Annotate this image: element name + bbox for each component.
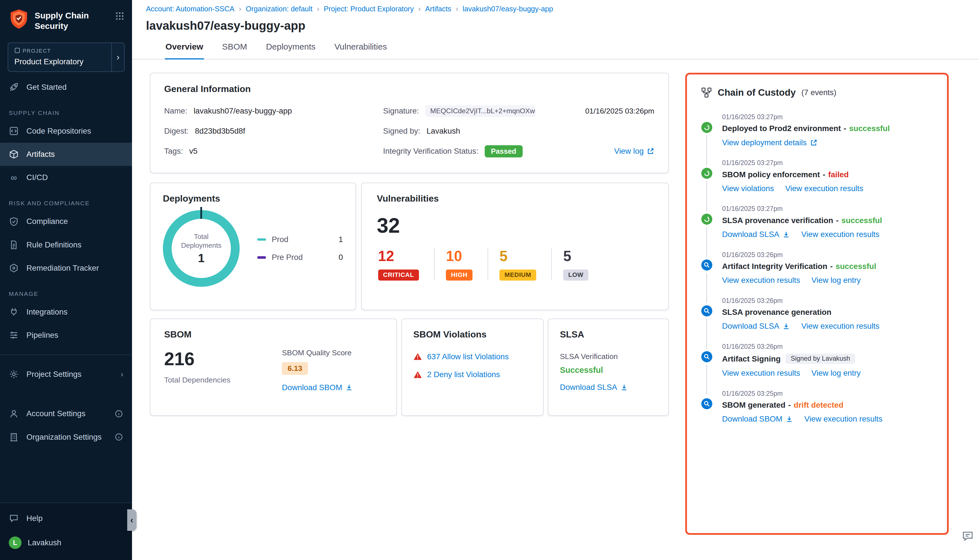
view-execution-results-link[interactable]: View execution results (722, 276, 800, 285)
sidebar-item-code-repositories[interactable]: Code Repositories (0, 120, 132, 143)
sidebar-item-remediation-tracker[interactable]: Remediation Tracker (0, 257, 132, 280)
app-logo-shield-icon[interactable] (9, 9, 29, 30)
event-separator: - (834, 216, 841, 225)
view-deployment-details-link[interactable]: View deployment details (722, 138, 817, 147)
sidebar-header: Supply Chain Security (0, 0, 132, 36)
sidebar-item-help[interactable]: Help (0, 507, 132, 530)
user-menu[interactable]: L Lavakush (0, 530, 132, 555)
tab-vulnerabilities[interactable]: Vulnerabilities (334, 42, 388, 59)
tab-overview[interactable]: Overview (165, 42, 204, 60)
breadcrumb-separator: › (418, 5, 421, 13)
link-label: Download SBOM (722, 415, 782, 423)
link-label: Download SLSA (722, 322, 779, 331)
event-timestamp: 01/16/2025 03:27pm (722, 113, 933, 121)
sidebar-collapse-handle[interactable]: ‹ (127, 509, 137, 531)
warning-triangle-icon (413, 370, 422, 379)
breadcrumb-separator: › (239, 5, 241, 13)
deployments-card: Deployments Total Deployments 1 (150, 183, 356, 310)
rules-document-icon (9, 240, 19, 250)
vulnerabilities-card: Vulnerabilities 32 12 CRITICAL 10 HIGH (361, 183, 669, 310)
view-execution-results-link[interactable]: View execution results (805, 415, 883, 423)
integrity-status-badge: Passed (484, 145, 523, 157)
info-circle-icon[interactable] (114, 433, 123, 442)
sidebar-item-get-started[interactable]: Get Started (0, 76, 132, 99)
download-icon (782, 322, 790, 330)
preprod-legend-label: Pre Prod (272, 253, 303, 262)
breadcrumb-account[interactable]: Account: Automation-SSCA (146, 5, 234, 13)
sidebar-item-organization-settings[interactable]: Organization Settings (0, 425, 132, 449)
tab-sbom[interactable]: SBOM (222, 42, 248, 59)
view-execution-results-link[interactable]: View execution results (722, 368, 800, 378)
vulnerabilities-total: 32 (377, 214, 653, 238)
event-separator: - (828, 262, 835, 271)
sidebar-item-cicd[interactable]: ∞ CI/CD (0, 166, 132, 189)
event-status: successful (849, 124, 890, 133)
sidebar-item-account-settings[interactable]: Account Settings (0, 402, 132, 425)
allow-list-violations-link[interactable]: 637 Allow list Violations (427, 352, 509, 361)
project-selector[interactable]: PROJECT Product Exploratory › (8, 42, 125, 72)
sidebar-item-compliance[interactable]: Compliance (0, 210, 132, 233)
view-log-entry-link[interactable]: View log entry (812, 368, 861, 378)
tags-label: Tags: (164, 147, 183, 156)
download-sbom-link[interactable]: Download SBOM (722, 415, 793, 423)
sidebar-item-label: Account Settings (26, 409, 85, 418)
tab-deployments[interactable]: Deployments (266, 42, 316, 59)
download-slsa-link[interactable]: Download SLSA (722, 322, 790, 331)
breadcrumb-organization[interactable]: Organization: default (246, 5, 312, 13)
signature-timestamp: 01/16/2025 03:26pm (585, 107, 654, 115)
sidebar-item-pipelines[interactable]: Pipelines (0, 323, 132, 347)
download-sbom-link[interactable]: Download SBOM (282, 383, 353, 392)
account-person-icon (9, 409, 19, 419)
pipelines-icon (9, 330, 19, 340)
pipeline-stage-icon (701, 213, 713, 225)
view-log-link[interactable]: View log (614, 147, 654, 156)
deny-list-violations-link[interactable]: 2 Deny list Violations (427, 370, 500, 379)
download-slsa-link[interactable]: Download SLSA (722, 230, 790, 239)
compliance-shield-icon (9, 217, 19, 227)
breadcrumb-artifacts[interactable]: Artifacts (425, 5, 451, 13)
event-status: successful (841, 216, 882, 225)
view-log-entry-link[interactable]: View log entry (812, 276, 861, 285)
info-circle-icon[interactable] (114, 409, 123, 418)
sbom-card: SBOM 216 Total Dependencies SBOM Quality… (150, 318, 397, 416)
page-title: lavakush07/easy-buggy-app (132, 13, 979, 33)
sbom-quality-score-value: 6.13 (282, 362, 308, 375)
critical-count: 12 (378, 248, 419, 265)
signature-value-chip[interactable]: MEQCICde2VjIT...bL+2+mqnOXw== (425, 105, 535, 117)
module-grid-icon[interactable] (115, 9, 124, 23)
download-slsa-link[interactable]: Download SLSA (560, 383, 628, 392)
link-label: Download SLSA (722, 230, 779, 239)
signed-by-value: Lavakush (427, 127, 460, 136)
section-supply-chain: SUPPLY CHAIN (9, 110, 123, 117)
view-execution-results-link[interactable]: View execution results (801, 322, 880, 331)
medium-count: 5 (500, 248, 536, 265)
feedback-chat-icon[interactable] (961, 530, 974, 542)
breadcrumb-current-artifact[interactable]: lavakush07/easy-buggy-app (463, 5, 553, 13)
view-violations-link[interactable]: View violations (722, 184, 774, 193)
integrations-plug-icon (9, 307, 19, 317)
breadcrumb-separator: › (317, 5, 319, 13)
sidebar-item-rule-definitions[interactable]: Rule Definitions (0, 233, 132, 256)
view-execution-results-link[interactable]: View execution results (801, 230, 880, 239)
slsa-verification-label: SLSA Verification (560, 352, 657, 361)
chevron-right-icon: › (121, 370, 123, 379)
event-timestamp: 01/16/2025 03:27pm (722, 159, 933, 167)
event-timestamp: 01/16/2025 03:26pm (722, 297, 933, 305)
sidebar-item-integrations[interactable]: Integrations (0, 300, 132, 323)
sidebar-item-project-settings[interactable]: Project Settings › (0, 363, 132, 386)
organization-building-icon (9, 432, 19, 442)
view-execution-results-link[interactable]: View execution results (785, 184, 864, 193)
sidebar-item-artifacts[interactable]: Artifacts (0, 143, 132, 166)
slsa-card: SLSA SLSA Verification Successful Downlo… (548, 318, 668, 416)
donut-segment-tick (200, 207, 202, 219)
download-icon (785, 415, 793, 423)
sidebar-item-label: Integrations (26, 307, 67, 317)
artifacts-cube-icon (9, 149, 19, 159)
scan-activity-icon (701, 305, 713, 317)
breadcrumb-project[interactable]: Project: Product Exploratory (324, 5, 414, 13)
high-count: 10 (446, 248, 473, 265)
event-status: failed (828, 170, 849, 179)
event-separator: - (786, 401, 793, 409)
tab-bar: Overview SBOM Deployments Vulnerabilitie… (132, 42, 979, 60)
legend-item-preprod: Pre Prod 0 (257, 253, 343, 262)
